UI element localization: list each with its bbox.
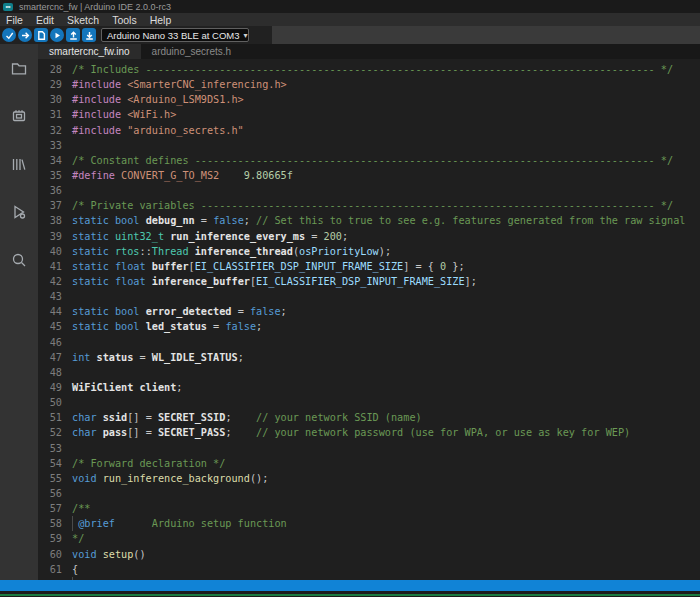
code-line-28[interactable]: 28/* Includes --------------------------…: [38, 62, 700, 77]
arrow-right-icon: [21, 31, 30, 40]
code-line-text: void setup(): [72, 547, 146, 562]
save-button[interactable]: [82, 28, 96, 42]
sidebar-item-sketchbook[interactable]: [0, 44, 38, 92]
code-line-text: #include <SmarterCNC_inferencing.h>: [72, 77, 287, 92]
library-icon: [10, 155, 28, 173]
sidebar-item-library-manager[interactable]: [0, 140, 38, 188]
menu-item-file[interactable]: File: [6, 14, 23, 26]
line-number: 44: [38, 304, 62, 319]
tab-arduino-secrets-h[interactable]: arduino_secrets.h: [141, 44, 243, 59]
code-line-31[interactable]: 31#include <WiFi.h>: [38, 107, 700, 122]
tab-smartercnc-fw-ino[interactable]: smartercnc_fw.ino: [38, 44, 141, 59]
code-line-38[interactable]: 38static bool debug_nn = false; // Set t…: [38, 213, 700, 228]
arduino-logo-icon: ∞: [3, 3, 13, 11]
menu-item-tools[interactable]: Tools: [112, 14, 137, 26]
line-number: 38: [38, 213, 62, 228]
code-line-36[interactable]: 36: [38, 183, 700, 198]
code-line-text: */: [72, 531, 84, 546]
sidebar-item-search[interactable]: [0, 236, 38, 284]
folder-icon: [10, 59, 28, 77]
menu-item-edit[interactable]: Edit: [36, 14, 54, 26]
line-number: 47: [38, 350, 62, 365]
code-line-text: #define CONVERT_G_TO_MS2 9.80665f: [72, 168, 293, 183]
code-line-55[interactable]: 55void run_inference_background();: [38, 471, 700, 486]
sidebar-item-boards-manager[interactable]: [0, 92, 38, 140]
line-number: 61: [38, 562, 62, 577]
upload-button[interactable]: [18, 28, 32, 42]
code-line-54[interactable]: 54/* Forward declaration */: [38, 456, 700, 471]
line-number: 49: [38, 380, 62, 395]
code-line-37[interactable]: 37/* Private variables -----------------…: [38, 198, 700, 213]
code-line-text: {: [72, 562, 78, 577]
line-number: 41: [38, 259, 62, 274]
code-line-text: #include "arduino_secrets.h": [72, 123, 244, 138]
line-number: 33: [38, 138, 62, 153]
code-line-text: #include <WiFi.h>: [72, 107, 176, 122]
code-line-34[interactable]: 34/* Constant defines ------------------…: [38, 153, 700, 168]
title-bar: ∞ smartercnc_fw | Arduino IDE 2.0.0-rc3: [0, 0, 700, 13]
menu-item-help[interactable]: Help: [150, 14, 172, 26]
code-line-41[interactable]: 41static float buffer[EI_CLASSIFIER_DSP_…: [38, 259, 700, 274]
line-number: 39: [38, 229, 62, 244]
line-number: 31: [38, 107, 62, 122]
code-line-text: int status = WL_IDLE_STATUS;: [72, 350, 244, 365]
sidebar-item-debugger[interactable]: [0, 188, 38, 236]
file-icon: [37, 31, 46, 40]
code-line-text: /* Forward declaration */: [72, 456, 225, 471]
code-line-32[interactable]: 32#include "arduino_secrets.h": [38, 123, 700, 138]
code-line-text: WiFiClient client;: [72, 380, 182, 395]
code-line-43[interactable]: 43: [38, 289, 700, 304]
code-line-51[interactable]: 51char ssid[] = SECRET_SSID; // your net…: [38, 410, 700, 425]
code-line-text: static float buffer[EI_CLASSIFIER_DSP_IN…: [72, 259, 465, 274]
arrow-down-icon: [85, 31, 94, 40]
code-line-30[interactable]: 30#include <Arduino_LSM9DS1.h>: [38, 92, 700, 107]
code-line-text: static bool debug_nn = false; // Set thi…: [72, 213, 685, 228]
search-icon: [10, 251, 28, 269]
code-line-49[interactable]: 49WiFiClient client;: [38, 380, 700, 395]
line-number: 46: [38, 335, 62, 350]
menu-item-sketch[interactable]: Sketch: [67, 14, 99, 26]
line-number: 28: [38, 62, 62, 77]
code-line-57[interactable]: 57/**: [38, 501, 700, 516]
code-line-47[interactable]: 47int status = WL_IDLE_STATUS;: [38, 350, 700, 365]
menu-bar: FileEditSketchToolsHelp: [0, 13, 700, 26]
code-line-42[interactable]: 42static float inference_buffer[EI_CLASS…: [38, 274, 700, 289]
code-line-35[interactable]: 35#define CONVERT_G_TO_MS2 9.80665f: [38, 168, 700, 183]
line-number: 32: [38, 123, 62, 138]
board-selector[interactable]: Arduino Nano 33 BLE at COM3 ▾: [101, 28, 249, 42]
code-line-48[interactable]: 48: [38, 365, 700, 380]
code-line-45[interactable]: 45static bool led_status = false;: [38, 319, 700, 334]
open-button[interactable]: [66, 28, 80, 42]
code-line-text: static uint32_t run_inference_every_ms =…: [72, 229, 348, 244]
line-number: 50: [38, 395, 62, 410]
line-number: 29: [38, 77, 62, 92]
code-line-50[interactable]: 50: [38, 395, 700, 410]
code-line-59[interactable]: 59*/: [38, 531, 700, 546]
panel-splitter[interactable]: [0, 580, 700, 591]
code-line-56[interactable]: 56: [38, 486, 700, 501]
line-number: 36: [38, 183, 62, 198]
code-line-text: /* Constant defines --------------------…: [72, 153, 673, 168]
code-line-39[interactable]: 39static uint32_t run_inference_every_ms…: [38, 229, 700, 244]
code-line-text: static bool led_status = false;: [72, 319, 262, 334]
code-line-40[interactable]: 40static rtos::Thread inference_thread(o…: [38, 244, 700, 259]
code-line-44[interactable]: 44static bool error_detected = false;: [38, 304, 700, 319]
code-line-text: static bool error_detected = false;: [72, 304, 287, 319]
toolbar: Arduino Nano 33 BLE at COM3 ▾: [0, 26, 700, 44]
code-line-58[interactable]: 58 @brief Arduino setup function: [38, 516, 700, 531]
code-line-33[interactable]: 33: [38, 138, 700, 153]
code-line-60[interactable]: 60void setup(): [38, 547, 700, 562]
code-line-29[interactable]: 29#include <SmarterCNC_inferencing.h>: [38, 77, 700, 92]
code-line-52[interactable]: 52char pass[] = SECRET_PASS; // your net…: [38, 425, 700, 440]
code-line-46[interactable]: 46: [38, 335, 700, 350]
code-line-text: void run_inference_background();: [72, 471, 268, 486]
line-number: 30: [38, 92, 62, 107]
toolbar-buttons: [2, 28, 98, 42]
debug-button[interactable]: [50, 28, 64, 42]
code-line-61[interactable]: 61{: [38, 562, 700, 577]
code-line-text: static rtos::Thread inference_thread(osP…: [72, 244, 391, 259]
new-sketch-button[interactable]: [34, 28, 48, 42]
code-editor[interactable]: 28/* Includes --------------------------…: [38, 59, 700, 580]
code-line-53[interactable]: 53: [38, 441, 700, 456]
verify-button[interactable]: [2, 28, 16, 42]
